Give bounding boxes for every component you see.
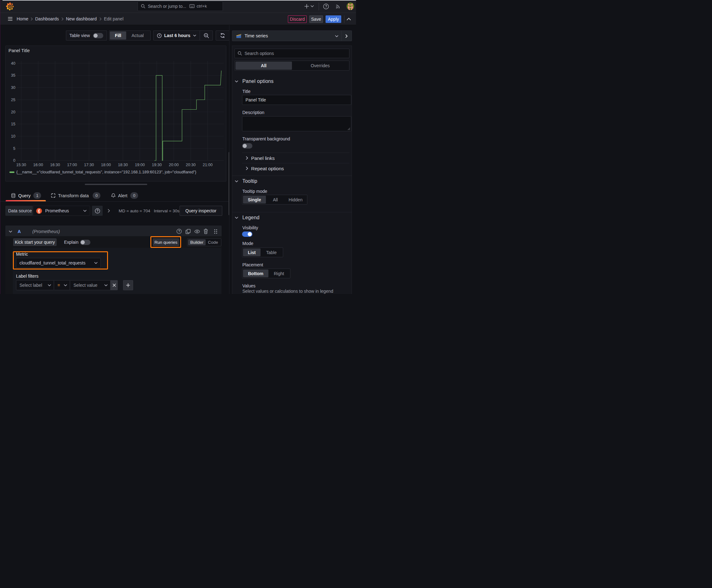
svg-text:15:30: 15:30 [16, 163, 26, 167]
svg-text:40: 40 [11, 61, 15, 66]
svg-text:30: 30 [11, 85, 15, 90]
svg-text:17:30: 17:30 [84, 163, 94, 167]
svg-text:21:00: 21:00 [203, 163, 213, 167]
svg-text:16:30: 16:30 [50, 163, 60, 167]
svg-text:19:30: 19:30 [152, 163, 162, 167]
svg-text:15: 15 [11, 122, 15, 126]
svg-text:5: 5 [13, 146, 15, 151]
svg-text:25: 25 [11, 98, 15, 102]
svg-text:18:30: 18:30 [118, 163, 128, 167]
svg-text:35: 35 [11, 73, 15, 78]
svg-text:19:00: 19:00 [135, 163, 145, 167]
svg-text:10: 10 [11, 134, 15, 139]
svg-text:20:30: 20:30 [186, 163, 196, 167]
svg-text:17:00: 17:00 [67, 163, 77, 167]
svg-text:{__name__="cloudflared_tunnel_: {__name__="cloudflared_tunnel_total_requ… [16, 170, 196, 174]
svg-text:20: 20 [11, 110, 15, 114]
svg-text:0: 0 [13, 158, 15, 163]
svg-text:16:00: 16:00 [33, 163, 43, 167]
svg-text:18:00: 18:00 [101, 163, 111, 167]
svg-text:20:00: 20:00 [169, 163, 179, 167]
